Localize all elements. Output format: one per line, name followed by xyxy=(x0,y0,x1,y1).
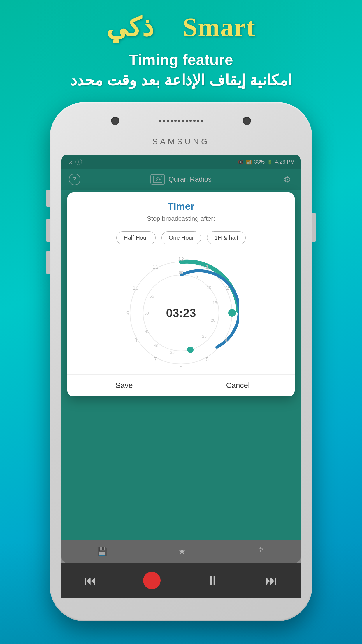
phone-side-button-right xyxy=(312,213,316,242)
phone-screen: 🖼 i 🔇 📶 33% 🔋 4:26 PM ? xyxy=(61,155,301,563)
svg-text:4: 4 xyxy=(225,337,228,343)
svg-text:20: 20 xyxy=(211,318,215,323)
english-title: Smart xyxy=(183,13,256,42)
svg-text:60: 60 xyxy=(179,270,183,275)
svg-text:1: 1 xyxy=(206,264,209,270)
timer-preset-buttons: Half Hour One Hour 1H & half xyxy=(67,227,295,249)
clock-container: 12 1 2 3 4 5 6 7 8 9 10 xyxy=(67,249,295,374)
cancel-button[interactable]: Cancel xyxy=(181,374,295,396)
svg-text:2: 2 xyxy=(226,285,229,291)
modal-title: Timer xyxy=(76,201,286,212)
rewind-button[interactable]: ⏮ xyxy=(85,573,97,587)
speaker-dot xyxy=(201,120,203,122)
timer-modal: Timer Stop broadcasting after: Half Hour… xyxy=(67,192,295,396)
speaker-dot xyxy=(174,120,177,122)
speaker-dot xyxy=(197,120,199,122)
svg-text:50: 50 xyxy=(144,311,149,316)
svg-text:5: 5 xyxy=(206,356,209,362)
phone-top-area xyxy=(94,117,268,125)
subtitle-english: Timing feature xyxy=(0,51,362,69)
phone-volume-down xyxy=(46,251,50,274)
speaker-grille xyxy=(159,120,203,122)
svg-text:35: 35 xyxy=(170,350,175,355)
svg-text:9: 9 xyxy=(126,311,129,316)
svg-text:8: 8 xyxy=(134,337,137,343)
one-half-hour-button[interactable]: 1H & half xyxy=(207,231,245,244)
speaker-dot xyxy=(171,120,173,122)
media-controls: ⏮ ⏸ ⏭ xyxy=(61,563,301,598)
speaker-dot xyxy=(178,120,180,122)
svg-text:25: 25 xyxy=(202,334,207,339)
svg-point-32 xyxy=(228,309,236,317)
speaker-dot xyxy=(182,120,184,122)
svg-text:5: 5 xyxy=(196,274,198,279)
speaker-dot xyxy=(193,120,196,122)
svg-text:15: 15 xyxy=(212,300,217,305)
subtitle-arabic: امكانية إيقاف الإذاعة بعد وقت محدد xyxy=(0,71,362,89)
speaker-dot xyxy=(167,120,169,122)
svg-text:7: 7 xyxy=(154,356,157,362)
svg-text:11: 11 xyxy=(152,264,158,270)
one-hour-button[interactable]: One Hour xyxy=(161,231,201,244)
main-title: ذكي Smart xyxy=(0,12,362,42)
half-hour-button[interactable]: Half Hour xyxy=(116,231,155,244)
svg-text:6: 6 xyxy=(180,364,182,370)
save-button[interactable]: Save xyxy=(67,374,181,396)
samsung-brand: SAMSUNG xyxy=(152,137,210,146)
svg-text:12: 12 xyxy=(178,256,184,262)
speaker-dot xyxy=(186,120,188,122)
svg-text:10: 10 xyxy=(207,285,211,290)
record-button[interactable] xyxy=(143,572,161,589)
svg-text:40: 40 xyxy=(154,344,158,348)
svg-text:45: 45 xyxy=(145,329,150,334)
modal-overlay: Timer Stop broadcasting after: Half Hour… xyxy=(61,155,301,563)
modal-subtitle: Stop broadcasting after: xyxy=(76,215,286,223)
speaker-dot xyxy=(163,120,165,122)
arabic-title: ذكي xyxy=(106,13,154,42)
clock-dial[interactable]: 12 1 2 3 4 5 6 7 8 9 10 xyxy=(123,255,239,371)
modal-footer: Save Cancel xyxy=(67,374,295,396)
speaker-dot xyxy=(159,120,161,122)
timer-display: 03:23 xyxy=(166,307,196,320)
svg-text:55: 55 xyxy=(150,294,154,299)
phone-body: SAMSUNG 🖼 i 🔇 📶 33% 🔋 4:26 PM ? xyxy=(50,102,312,621)
top-text-area: ذكي Smart Timing feature امكانية إيقاف ا… xyxy=(0,12,362,89)
svg-point-33 xyxy=(187,346,194,353)
phone-power-button xyxy=(46,190,50,207)
front-camera-2 xyxy=(243,117,251,125)
modal-header: Timer Stop broadcasting after: xyxy=(67,192,295,227)
phone-device: SAMSUNG 🖼 i 🔇 📶 33% 🔋 4:26 PM ? xyxy=(50,102,312,621)
svg-text:10: 10 xyxy=(133,285,138,291)
phone-volume-up xyxy=(46,219,50,242)
speaker-dot xyxy=(189,120,192,122)
forward-button[interactable]: ⏭ xyxy=(265,573,277,587)
front-camera xyxy=(111,117,119,125)
pause-button[interactable]: ⏸ xyxy=(207,573,219,587)
